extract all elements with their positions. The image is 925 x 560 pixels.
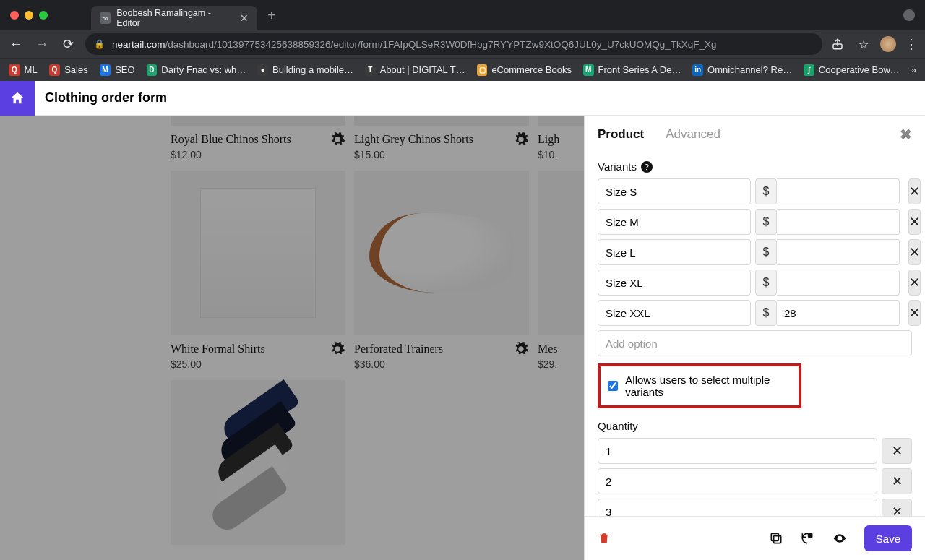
browser-tab[interactable]: ∞ Boobesh Ramalingam - Editor ✕	[91, 6, 257, 30]
remove-variant-icon[interactable]: ✕	[908, 178, 921, 204]
product-title: White Formal Shirts	[171, 335, 330, 356]
bookmark-item[interactable]: ∫Cooperative Bow…	[804, 64, 900, 76]
tab-overflow-icon[interactable]	[903, 9, 915, 21]
close-panel-icon[interactable]: ✖	[900, 126, 912, 143]
add-option-placeholder: Add option	[606, 337, 658, 350]
bookmark-item[interactable]: TAbout | DIGITAL T…	[365, 64, 465, 76]
browser-chrome: ∞ Boobesh Ramalingam - Editor ✕ + ← → ⟳ …	[0, 0, 925, 81]
product-card[interactable]: Perforated Trainers $36.00	[354, 171, 529, 370]
remove-quantity-icon[interactable]: ✕	[882, 468, 912, 494]
browser-menu-icon[interactable]: ⋮	[905, 36, 918, 52]
minimize-window-icon[interactable]	[25, 11, 33, 20]
variant-name-input[interactable]	[598, 178, 751, 204]
bookmark-item[interactable]: inOmnichannel? Re…	[692, 64, 792, 76]
share-icon[interactable]	[831, 38, 847, 51]
variant-price-input[interactable]	[777, 209, 900, 235]
quantity-row: ✕	[598, 499, 912, 516]
tab-advanced[interactable]: Advanced	[666, 127, 720, 142]
bookmark-item[interactable]: MSEO	[100, 64, 135, 76]
preview-icon[interactable]	[831, 531, 848, 546]
delete-button[interactable]	[598, 531, 611, 546]
multi-variant-checkbox[interactable]	[608, 380, 618, 392]
variants-heading: Variants ?	[598, 160, 912, 173]
product-card[interactable]	[171, 380, 345, 545]
tab-strip: ∞ Boobesh Ramalingam - Editor ✕ +	[0, 0, 925, 30]
app-header: Clothing order form	[0, 81, 925, 116]
gear-icon[interactable]	[330, 341, 345, 357]
product-image	[354, 116, 529, 126]
remove-variant-icon[interactable]: ✕	[908, 239, 921, 265]
close-window-icon[interactable]	[10, 11, 19, 20]
bookmarks-overflow-icon[interactable]: »	[911, 64, 916, 75]
quantity-input[interactable]	[598, 468, 877, 494]
product-price: $12.00	[171, 146, 330, 160]
svg-rect-2	[771, 533, 778, 540]
bookmark-item[interactable]: ▢eCommerce Books	[477, 64, 572, 76]
remove-variant-icon[interactable]: ✕	[908, 300, 921, 326]
variant-price-input[interactable]	[777, 239, 900, 265]
product-card[interactable]: Royal Blue Chinos Shorts $12.00	[171, 116, 345, 160]
svg-rect-3	[808, 533, 812, 537]
product-card[interactable]: White Formal Shirts $25.00	[171, 171, 345, 370]
variant-row: $✕	[598, 270, 912, 296]
currency-label: $	[755, 239, 777, 265]
forward-button[interactable]: →	[33, 37, 51, 52]
tab-favicon-icon: ∞	[100, 12, 111, 24]
panel-footer: Save	[585, 516, 925, 560]
save-button[interactable]: Save	[864, 525, 912, 551]
currency-label: $	[755, 209, 777, 235]
bookmark-star-icon[interactable]: ☆	[856, 38, 872, 51]
remove-quantity-icon[interactable]: ✕	[882, 438, 912, 464]
product-card[interactable]: Light Grey Chinos Shorts $15.00	[354, 116, 529, 160]
bookmark-item[interactable]: QSales	[49, 64, 88, 76]
back-button[interactable]: ←	[7, 37, 25, 52]
currency-label: $	[755, 270, 777, 296]
remove-variant-icon[interactable]: ✕	[908, 270, 921, 296]
variant-price-input[interactable]	[777, 270, 900, 296]
product-image	[171, 380, 345, 545]
variant-row: $✕	[598, 239, 912, 265]
profile-avatar[interactable]	[880, 36, 896, 52]
gear-icon[interactable]	[513, 132, 529, 147]
revert-icon[interactable]	[799, 531, 815, 546]
quantity-input[interactable]	[598, 499, 877, 516]
url-text: neartail.com/dashboard/10139775342563885…	[112, 39, 716, 50]
bookmark-item[interactable]: ●Building a mobile…	[257, 64, 353, 76]
variant-name-input[interactable]	[598, 270, 751, 296]
product-panel: Product Advanced ✖ Variants ? $✕$✕$✕$✕$✕…	[584, 116, 925, 560]
gear-icon[interactable]	[330, 132, 345, 147]
product-image	[354, 171, 529, 335]
bookmark-item[interactable]: QML	[9, 64, 38, 76]
home-button[interactable]	[0, 81, 35, 116]
remove-quantity-icon[interactable]: ✕	[882, 499, 912, 516]
editor-canvas: Royal Blue Chinos Shorts $12.00 Light Gr…	[0, 116, 925, 560]
app-root: Clothing order form Royal Blue Chinos Sh…	[0, 81, 925, 560]
help-icon[interactable]: ?	[641, 161, 653, 173]
close-tab-icon[interactable]: ✕	[240, 12, 249, 24]
variant-price-input[interactable]	[777, 300, 900, 326]
bookmark-item[interactable]: DDarty Fnac vs: wh…	[147, 64, 246, 76]
copy-icon[interactable]	[769, 531, 783, 546]
window-controls[interactable]	[6, 11, 55, 20]
variant-name-input[interactable]	[598, 239, 751, 265]
bookmarks-bar: QML QSales MSEO DDarty Fnac vs: wh… ●Bui…	[0, 58, 925, 81]
new-tab-button[interactable]: +	[267, 7, 276, 24]
product-price: $25.00	[171, 356, 330, 370]
currency-label: $	[755, 178, 777, 204]
quantity-heading: Quantity	[598, 420, 912, 432]
bookmark-item[interactable]: MFront Series A De…	[583, 64, 681, 76]
address-bar[interactable]: 🔒 neartail.com/dashboard/101397753425638…	[85, 33, 822, 55]
tab-title: Boobesh Ramalingam - Editor	[116, 8, 231, 28]
reload-button[interactable]: ⟳	[59, 36, 77, 52]
quantity-input[interactable]	[598, 438, 877, 464]
add-option-input[interactable]: Add option	[598, 330, 912, 356]
variant-name-input[interactable]	[598, 209, 751, 235]
product-title: Light Grey Chinos Shorts	[354, 126, 513, 146]
product-price: $36.00	[354, 356, 513, 370]
variant-name-input[interactable]	[598, 300, 751, 326]
remove-variant-icon[interactable]: ✕	[908, 209, 921, 235]
variant-price-input[interactable]	[777, 178, 900, 204]
gear-icon[interactable]	[513, 341, 529, 357]
maximize-window-icon[interactable]	[39, 11, 48, 20]
tab-product[interactable]: Product	[598, 127, 644, 142]
